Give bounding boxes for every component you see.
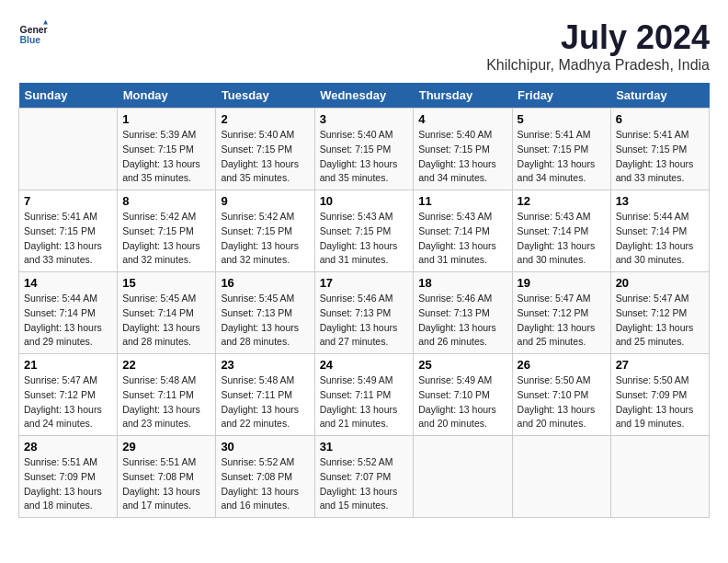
cell-info: Sunrise: 5:40 AM Sunset: 7:15 PM Dayligh… <box>221 128 309 186</box>
calendar-body: 1Sunrise: 5:39 AM Sunset: 7:15 PM Daylig… <box>19 109 710 518</box>
cell-info: Sunrise: 5:48 AM Sunset: 7:11 PM Dayligh… <box>122 373 210 431</box>
calendar-cell <box>610 436 709 518</box>
calendar-week-row: 21Sunrise: 5:47 AM Sunset: 7:12 PM Dayli… <box>19 354 710 436</box>
weekday-header-row: SundayMondayTuesdayWednesdayThursdayFrid… <box>19 83 710 109</box>
day-number: 9 <box>221 194 309 208</box>
day-number: 18 <box>418 276 506 290</box>
weekday-header-cell: Thursday <box>414 83 512 109</box>
calendar-week-row: 1Sunrise: 5:39 AM Sunset: 7:15 PM Daylig… <box>19 109 710 190</box>
day-number: 1 <box>122 112 210 126</box>
weekday-header-cell: Friday <box>512 83 610 109</box>
day-number: 19 <box>518 276 606 290</box>
cell-info: Sunrise: 5:46 AM Sunset: 7:13 PM Dayligh… <box>418 292 506 350</box>
svg-text:General: General <box>20 25 48 35</box>
day-number: 30 <box>221 440 309 454</box>
cell-info: Sunrise: 5:41 AM Sunset: 7:15 PM Dayligh… <box>616 128 704 186</box>
svg-text:Blue: Blue <box>20 35 41 45</box>
cell-info: Sunrise: 5:43 AM Sunset: 7:14 PM Dayligh… <box>418 210 506 268</box>
cell-info: Sunrise: 5:39 AM Sunset: 7:15 PM Dayligh… <box>122 128 210 186</box>
cell-info: Sunrise: 5:42 AM Sunset: 7:15 PM Dayligh… <box>221 210 309 268</box>
calendar-cell: 20Sunrise: 5:47 AM Sunset: 7:12 PM Dayli… <box>610 272 709 354</box>
calendar-cell: 3Sunrise: 5:40 AM Sunset: 7:15 PM Daylig… <box>314 109 414 190</box>
day-number: 28 <box>24 440 112 454</box>
cell-info: Sunrise: 5:44 AM Sunset: 7:14 PM Dayligh… <box>616 210 704 268</box>
day-number: 22 <box>122 358 210 372</box>
calendar-cell: 17Sunrise: 5:46 AM Sunset: 7:13 PM Dayli… <box>314 272 414 354</box>
cell-info: Sunrise: 5:47 AM Sunset: 7:12 PM Dayligh… <box>24 373 112 431</box>
day-number: 29 <box>122 440 210 454</box>
calendar-cell <box>414 436 512 518</box>
day-number: 15 <box>122 276 210 290</box>
weekday-header-cell: Monday <box>118 83 216 109</box>
calendar-cell: 29Sunrise: 5:51 AM Sunset: 7:08 PM Dayli… <box>118 436 216 518</box>
cell-info: Sunrise: 5:44 AM Sunset: 7:14 PM Dayligh… <box>24 292 112 350</box>
day-number: 3 <box>320 112 409 126</box>
cell-info: Sunrise: 5:51 AM Sunset: 7:09 PM Dayligh… <box>24 455 112 513</box>
cell-info: Sunrise: 5:42 AM Sunset: 7:15 PM Dayligh… <box>122 210 210 268</box>
calendar-cell: 4Sunrise: 5:40 AM Sunset: 7:15 PM Daylig… <box>414 109 512 190</box>
day-number: 23 <box>221 358 309 372</box>
cell-info: Sunrise: 5:46 AM Sunset: 7:13 PM Dayligh… <box>320 292 409 350</box>
month-year: July 2024 <box>486 18 710 57</box>
day-number: 6 <box>616 112 704 126</box>
day-number: 21 <box>24 358 112 372</box>
day-number: 8 <box>122 194 210 208</box>
cell-info: Sunrise: 5:41 AM Sunset: 7:15 PM Dayligh… <box>24 210 112 268</box>
calendar-cell: 7Sunrise: 5:41 AM Sunset: 7:15 PM Daylig… <box>19 190 118 272</box>
calendar-cell: 5Sunrise: 5:41 AM Sunset: 7:15 PM Daylig… <box>512 109 610 190</box>
cell-info: Sunrise: 5:47 AM Sunset: 7:12 PM Dayligh… <box>518 292 606 350</box>
calendar-cell: 1Sunrise: 5:39 AM Sunset: 7:15 PM Daylig… <box>118 109 216 190</box>
calendar-cell <box>512 436 610 518</box>
calendar-cell: 22Sunrise: 5:48 AM Sunset: 7:11 PM Dayli… <box>118 354 216 436</box>
cell-info: Sunrise: 5:52 AM Sunset: 7:08 PM Dayligh… <box>221 455 309 513</box>
calendar-cell: 9Sunrise: 5:42 AM Sunset: 7:15 PM Daylig… <box>216 190 314 272</box>
calendar-cell: 19Sunrise: 5:47 AM Sunset: 7:12 PM Dayli… <box>512 272 610 354</box>
title-block: July 2024 Khilchipur, Madhya Pradesh, In… <box>486 18 710 74</box>
day-number: 16 <box>221 276 309 290</box>
cell-info: Sunrise: 5:45 AM Sunset: 7:13 PM Dayligh… <box>221 292 309 350</box>
calendar-cell: 27Sunrise: 5:50 AM Sunset: 7:09 PM Dayli… <box>610 354 709 436</box>
weekday-header-cell: Tuesday <box>216 83 314 109</box>
calendar-cell: 10Sunrise: 5:43 AM Sunset: 7:15 PM Dayli… <box>314 190 414 272</box>
cell-info: Sunrise: 5:47 AM Sunset: 7:12 PM Dayligh… <box>616 292 704 350</box>
cell-info: Sunrise: 5:51 AM Sunset: 7:08 PM Dayligh… <box>122 455 210 513</box>
calendar-cell: 23Sunrise: 5:48 AM Sunset: 7:11 PM Dayli… <box>216 354 314 436</box>
logo: General Blue <box>18 18 48 48</box>
cell-info: Sunrise: 5:49 AM Sunset: 7:10 PM Dayligh… <box>418 373 506 431</box>
calendar-cell: 6Sunrise: 5:41 AM Sunset: 7:15 PM Daylig… <box>610 109 709 190</box>
calendar-cell: 16Sunrise: 5:45 AM Sunset: 7:13 PM Dayli… <box>216 272 314 354</box>
calendar-cell: 11Sunrise: 5:43 AM Sunset: 7:14 PM Dayli… <box>414 190 512 272</box>
cell-info: Sunrise: 5:49 AM Sunset: 7:11 PM Dayligh… <box>320 373 409 431</box>
day-number: 5 <box>518 112 606 126</box>
day-number: 31 <box>320 440 409 454</box>
calendar-cell <box>19 109 118 190</box>
svg-marker-2 <box>43 20 48 25</box>
location: Khilchipur, Madhya Pradesh, India <box>486 57 710 74</box>
day-number: 10 <box>320 194 409 208</box>
cell-info: Sunrise: 5:52 AM Sunset: 7:07 PM Dayligh… <box>320 455 409 513</box>
weekday-header-cell: Saturday <box>610 83 709 109</box>
calendar-week-row: 28Sunrise: 5:51 AM Sunset: 7:09 PM Dayli… <box>19 436 710 518</box>
cell-info: Sunrise: 5:40 AM Sunset: 7:15 PM Dayligh… <box>320 128 409 186</box>
cell-info: Sunrise: 5:45 AM Sunset: 7:14 PM Dayligh… <box>122 292 210 350</box>
calendar-week-row: 14Sunrise: 5:44 AM Sunset: 7:14 PM Dayli… <box>19 272 710 354</box>
calendar-cell: 8Sunrise: 5:42 AM Sunset: 7:15 PM Daylig… <box>118 190 216 272</box>
calendar-cell: 26Sunrise: 5:50 AM Sunset: 7:10 PM Dayli… <box>512 354 610 436</box>
day-number: 26 <box>518 358 606 372</box>
day-number: 25 <box>418 358 506 372</box>
day-number: 20 <box>616 276 704 290</box>
calendar-cell: 12Sunrise: 5:43 AM Sunset: 7:14 PM Dayli… <box>512 190 610 272</box>
calendar-cell: 28Sunrise: 5:51 AM Sunset: 7:09 PM Dayli… <box>19 436 118 518</box>
calendar-cell: 14Sunrise: 5:44 AM Sunset: 7:14 PM Dayli… <box>19 272 118 354</box>
cell-info: Sunrise: 5:43 AM Sunset: 7:14 PM Dayligh… <box>518 210 606 268</box>
calendar-cell: 30Sunrise: 5:52 AM Sunset: 7:08 PM Dayli… <box>216 436 314 518</box>
cell-info: Sunrise: 5:50 AM Sunset: 7:09 PM Dayligh… <box>616 373 704 431</box>
calendar-cell: 25Sunrise: 5:49 AM Sunset: 7:10 PM Dayli… <box>414 354 512 436</box>
cell-info: Sunrise: 5:50 AM Sunset: 7:10 PM Dayligh… <box>518 373 606 431</box>
day-number: 27 <box>616 358 704 372</box>
calendar-cell: 18Sunrise: 5:46 AM Sunset: 7:13 PM Dayli… <box>414 272 512 354</box>
cell-info: Sunrise: 5:48 AM Sunset: 7:11 PM Dayligh… <box>221 373 309 431</box>
calendar-cell: 13Sunrise: 5:44 AM Sunset: 7:14 PM Dayli… <box>610 190 709 272</box>
page-header: General Blue July 2024 Khilchipur, Madhy… <box>18 18 710 74</box>
calendar-cell: 21Sunrise: 5:47 AM Sunset: 7:12 PM Dayli… <box>19 354 118 436</box>
